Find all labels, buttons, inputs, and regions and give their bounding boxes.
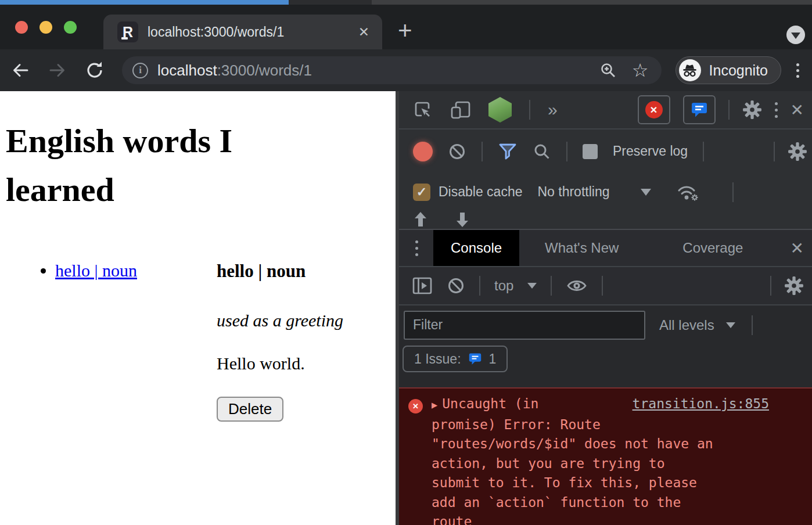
drawer-menu-icon[interactable] bbox=[415, 240, 418, 256]
chat-icon bbox=[468, 353, 482, 365]
har-import-export-row bbox=[399, 211, 812, 229]
search-icon[interactable] bbox=[533, 142, 551, 161]
issues-badge[interactable] bbox=[683, 95, 716, 124]
forward-button[interactable] bbox=[48, 60, 67, 80]
disable-cache-label: Disable cache bbox=[439, 184, 522, 200]
nodejs-icon[interactable] bbox=[488, 97, 512, 123]
back-button[interactable] bbox=[10, 60, 30, 80]
error-icon: ✕ bbox=[408, 399, 423, 413]
chevron-down-icon bbox=[527, 283, 537, 289]
minimize-window-button[interactable] bbox=[39, 21, 52, 34]
expand-triangle-icon[interactable]: ▶ bbox=[432, 395, 437, 415]
address-toolbar: i localhost:3000/words/1 ☆ Incognito bbox=[0, 49, 812, 91]
export-har-icon[interactable] bbox=[455, 211, 470, 228]
more-tabs-icon[interactable]: » bbox=[548, 100, 558, 120]
close-window-button[interactable] bbox=[15, 21, 28, 34]
network-settings-icon[interactable] bbox=[788, 142, 807, 161]
clear-console-icon[interactable] bbox=[447, 276, 465, 295]
console-filter-input[interactable] bbox=[404, 311, 645, 340]
execution-context-select[interactable]: top bbox=[494, 278, 513, 294]
bookmark-star-icon[interactable]: ☆ bbox=[632, 61, 649, 80]
network-toolbar: Preserve log bbox=[399, 130, 812, 173]
console-filter-row: All levels bbox=[399, 305, 812, 344]
devtools-settings-icon[interactable] bbox=[742, 100, 762, 120]
console-settings-icon[interactable] bbox=[784, 276, 804, 296]
cache-throttle-row: Disable cache No throttling bbox=[399, 173, 812, 211]
background-strip-dark bbox=[289, 0, 372, 5]
issues-count: 1 bbox=[489, 351, 497, 367]
error-source-link[interactable]: transition.js:855 bbox=[633, 394, 769, 414]
background-strip-blue bbox=[0, 0, 289, 5]
chevron-down-icon bbox=[641, 189, 651, 196]
issues-label: 1 Issue: bbox=[414, 351, 461, 367]
devtools-close-icon[interactable]: ✕ bbox=[791, 100, 804, 120]
web-page: English words I learned hello | noun hel… bbox=[0, 91, 396, 525]
devtools-menu-icon[interactable] bbox=[775, 102, 778, 118]
word-link[interactable]: hello | noun bbox=[55, 261, 137, 280]
incognito-icon bbox=[679, 59, 701, 81]
background-window-strip bbox=[0, 0, 812, 5]
list-item: hello | noun bbox=[55, 261, 217, 281]
chat-icon bbox=[691, 102, 708, 118]
error-text-line: submit to it. To fix this, please bbox=[432, 473, 812, 493]
browser-window: R localhost:3000/words/1 ✕ + i localhost… bbox=[0, 0, 812, 525]
console-error-message: ✕ ▶ Uncaught (in transition.js:855 promi… bbox=[399, 387, 812, 525]
reload-button[interactable] bbox=[85, 60, 105, 80]
console-toolbar: top bbox=[399, 267, 812, 305]
word-detail: hello | noun used as a greeting Hello wo… bbox=[217, 261, 396, 422]
error-count-badge[interactable]: ✕ bbox=[638, 95, 670, 124]
tab-console[interactable]: Console bbox=[433, 230, 519, 266]
url-text: localhost:3000/words/1 bbox=[157, 62, 599, 80]
delete-button[interactable]: Delete bbox=[217, 397, 283, 422]
preserve-log-label: Preserve log bbox=[613, 143, 688, 159]
issues-button[interactable]: 1 Issue: 1 bbox=[403, 346, 508, 372]
record-network-log-button[interactable] bbox=[413, 142, 433, 161]
error-text-line: Uncaught (in bbox=[442, 394, 538, 414]
preserve-log-checkbox[interactable] bbox=[583, 144, 598, 159]
disable-cache-checkbox[interactable] bbox=[413, 184, 430, 201]
devtools-panel: » ✕ ✕ bbox=[399, 91, 812, 525]
error-text-line: promise) Error: Route bbox=[432, 415, 812, 435]
chevron-down-icon bbox=[726, 322, 735, 328]
filter-funnel-icon[interactable] bbox=[498, 142, 518, 161]
incognito-badge: Incognito bbox=[676, 56, 781, 84]
tab-title: localhost:3000/words/1 bbox=[148, 24, 357, 40]
tab-close-icon[interactable]: ✕ bbox=[357, 24, 371, 40]
incognito-label: Incognito bbox=[709, 62, 768, 79]
browser-tab[interactable]: R localhost:3000/words/1 ✕ bbox=[103, 15, 382, 49]
drawer-close-icon[interactable]: ✕ bbox=[791, 239, 804, 258]
main-content: English words I learned hello | noun hel… bbox=[0, 91, 812, 525]
word-list: hello | noun bbox=[6, 261, 217, 422]
console-sidebar-icon[interactable] bbox=[412, 276, 433, 295]
tab-whats-new[interactable]: What's New bbox=[527, 230, 636, 266]
word-example: Hello world. bbox=[217, 354, 396, 373]
devtools-main-toolbar: » ✕ ✕ bbox=[399, 91, 812, 130]
clear-network-log-icon[interactable] bbox=[448, 142, 466, 161]
error-text-line: route bbox=[432, 512, 812, 525]
zoom-icon[interactable] bbox=[599, 62, 617, 79]
word-detail-title: hello | noun bbox=[217, 261, 396, 282]
maximize-window-button[interactable] bbox=[64, 21, 77, 34]
inspect-element-icon[interactable] bbox=[413, 100, 433, 120]
throttling-select[interactable]: No throttling bbox=[537, 184, 609, 200]
browser-menu-button[interactable] bbox=[794, 61, 802, 80]
drawer-tab-bar: Console What's New Coverage ✕ bbox=[399, 230, 812, 267]
device-toolbar-icon[interactable] bbox=[450, 100, 471, 120]
log-levels-select[interactable]: All levels bbox=[659, 317, 714, 333]
background-strip-gray bbox=[372, 0, 812, 5]
live-expression-eye-icon[interactable] bbox=[566, 277, 588, 294]
chevron-down-icon bbox=[791, 33, 800, 39]
page-title: English words I learned bbox=[6, 117, 319, 214]
tab-strip: R localhost:3000/words/1 ✕ + bbox=[0, 5, 812, 49]
issues-row: 1 Issue: 1 bbox=[399, 344, 812, 379]
error-text-line: action, but you are trying to bbox=[432, 454, 812, 474]
traffic-lights bbox=[15, 21, 77, 34]
tab-search-button[interactable] bbox=[786, 26, 805, 44]
error-text-line: add an `action` function to the bbox=[432, 493, 812, 513]
tab-coverage[interactable]: Coverage bbox=[665, 230, 760, 266]
network-conditions-icon[interactable] bbox=[676, 182, 701, 203]
address-bar[interactable]: i localhost:3000/words/1 ☆ bbox=[122, 56, 662, 84]
import-har-icon[interactable] bbox=[413, 211, 428, 228]
site-info-icon[interactable]: i bbox=[132, 63, 148, 78]
new-tab-button[interactable]: + bbox=[398, 19, 412, 43]
